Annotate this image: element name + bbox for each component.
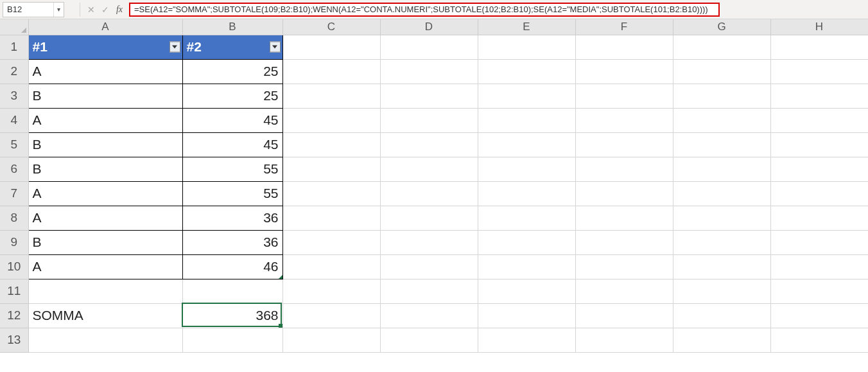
cell[interactable] [380,328,478,352]
cell[interactable] [673,181,770,206]
cell[interactable] [770,328,868,352]
chevron-down-icon[interactable]: ▾ [53,3,64,17]
cell[interactable] [182,279,282,303]
col-header[interactable]: A [28,19,182,35]
table-cell[interactable]: B [28,132,182,157]
cell[interactable] [282,84,380,108]
formula-input[interactable]: =SE(A12="SOMMA";SUBTOTALE(109;B2:B10);WE… [129,3,720,17]
cell[interactable] [673,279,770,303]
table-cell[interactable]: 55 [182,157,282,181]
cell[interactable] [28,279,182,303]
cell[interactable] [478,59,575,84]
cell[interactable] [380,132,478,157]
col-header[interactable]: B [182,19,282,35]
cell[interactable] [282,279,380,303]
cell[interactable] [770,254,868,279]
cell[interactable] [673,254,770,279]
row-header[interactable]: 10 [0,254,28,279]
cell[interactable] [770,279,868,303]
cell[interactable] [282,132,380,157]
cell[interactable] [770,59,868,84]
cell[interactable] [673,35,770,59]
table-cell[interactable]: 46 [182,254,282,279]
table-header-cell[interactable]: #1 [28,35,182,59]
row-header[interactable]: 13 [0,328,28,352]
cell[interactable] [380,157,478,181]
cell[interactable] [478,84,575,108]
cell[interactable] [478,328,575,352]
row-header[interactable]: 4 [0,108,28,132]
cell[interactable] [575,254,673,279]
table-cell[interactable]: A [28,206,182,230]
enter-icon[interactable]: ✓ [98,4,112,15]
cell[interactable] [380,206,478,230]
cell[interactable] [478,35,575,59]
cell[interactable] [575,279,673,303]
col-header[interactable]: F [575,19,673,35]
cell[interactable] [282,59,380,84]
cell[interactable] [770,157,868,181]
cell[interactable] [380,254,478,279]
cancel-icon[interactable]: ✕ [84,4,98,15]
cell[interactable] [575,59,673,84]
cell[interactable] [575,206,673,230]
table-cell[interactable]: A [28,254,182,279]
cell[interactable] [380,108,478,132]
summary-label-cell[interactable]: SOMMA [28,303,182,328]
cell[interactable] [478,279,575,303]
summary-value-cell[interactable]: 368 [182,303,282,328]
cell[interactable] [282,230,380,254]
row-header[interactable]: 2 [0,59,28,84]
select-all-corner[interactable] [0,19,28,35]
row-header[interactable]: 7 [0,181,28,206]
cell[interactable] [478,157,575,181]
cell[interactable] [282,254,380,279]
cell[interactable] [282,157,380,181]
col-header[interactable]: G [673,19,770,35]
cell[interactable] [380,230,478,254]
table-cell[interactable]: A [28,181,182,206]
table-cell[interactable]: B [28,84,182,108]
cell[interactable] [673,157,770,181]
cell[interactable] [770,35,868,59]
cell[interactable] [380,84,478,108]
cell[interactable] [575,328,673,352]
cell[interactable] [770,108,868,132]
cell[interactable] [673,230,770,254]
table-cell[interactable]: 45 [182,108,282,132]
cell[interactable] [282,181,380,206]
row-header[interactable]: 5 [0,132,28,157]
cell[interactable] [182,328,282,352]
cell[interactable] [282,328,380,352]
cell[interactable] [673,84,770,108]
col-header[interactable]: H [770,19,868,35]
name-box-value[interactable]: B12 [3,4,53,14]
cell[interactable] [380,303,478,328]
table-cell[interactable]: A [28,59,182,84]
cell[interactable] [575,132,673,157]
cell[interactable] [673,132,770,157]
cell[interactable] [478,230,575,254]
cell[interactable] [575,157,673,181]
table-cell[interactable]: A [28,108,182,132]
row-header[interactable]: 3 [0,84,28,108]
cell[interactable] [28,328,182,352]
cell[interactable] [282,108,380,132]
col-header[interactable]: E [478,19,575,35]
cell[interactable] [380,279,478,303]
cell[interactable] [478,303,575,328]
cell[interactable] [673,108,770,132]
cell[interactable] [380,181,478,206]
cell[interactable] [575,84,673,108]
filter-dropdown-icon[interactable] [270,42,281,53]
table-cell[interactable]: 25 [182,84,282,108]
col-header[interactable]: D [380,19,478,35]
cell[interactable] [575,303,673,328]
fx-icon[interactable]: fx [112,4,126,15]
table-cell[interactable]: 25 [182,59,282,84]
cell[interactable] [282,206,380,230]
cell[interactable] [673,59,770,84]
cell[interactable] [575,108,673,132]
cell[interactable] [673,328,770,352]
cell[interactable] [770,181,868,206]
